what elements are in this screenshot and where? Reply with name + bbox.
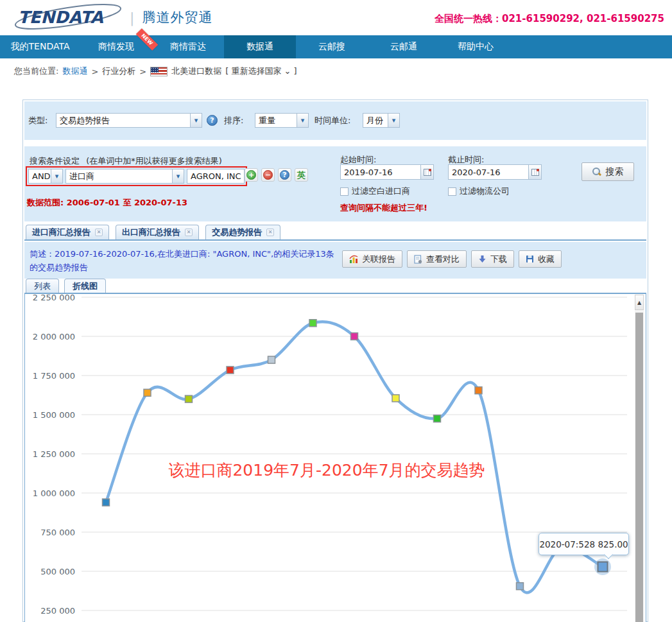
tab-exporter-summary[interactable]: 出口商汇总报告 [116, 225, 199, 239]
data-point-selected[interactable] [598, 562, 608, 571]
data-point[interactable] [268, 356, 275, 363]
search-button[interactable]: 搜索 [582, 162, 634, 181]
filter-blank-importer-option: 过滤空白进口商 [340, 186, 410, 197]
help-icon[interactable] [207, 115, 218, 126]
line-chart-plot: 2 250 0002 000 0001 750 0001 500 0001 25… [25, 294, 635, 622]
close-icon[interactable] [266, 229, 274, 236]
tab-line-chart-view[interactable]: 折线图 [64, 279, 106, 293]
y-axis-tick-label: 2 000 000 [33, 332, 75, 341]
tab-importer-summary[interactable]: 进口商汇总报告 [26, 225, 109, 239]
logo[interactable]: TENDATA | 腾道外贸通 [13, 4, 212, 31]
bar-chart-icon [349, 255, 358, 264]
condition-help-button[interactable] [278, 168, 291, 182]
end-date-input[interactable]: 2020-07-16 [448, 164, 542, 180]
query-interval-warning: 查询间隔不能超过三年! [340, 202, 427, 214]
time-unit-label: 时间单位: [314, 115, 350, 126]
trend-line-chart: 2 250 0002 000 0001 750 0001 500 0001 25… [24, 293, 646, 622]
breadcrumb-sep: > [139, 67, 146, 76]
chevron-down-icon[interactable] [190, 114, 202, 127]
summary-band: 简述：2019-07-16-2020-07-16,在北美进口商: "AGRON,… [24, 242, 646, 279]
chevron-down-icon[interactable] [297, 114, 308, 127]
data-point[interactable] [475, 387, 482, 394]
y-axis-tick-label: 2 250 000 [33, 294, 75, 302]
reselect-country-dropdown[interactable]: [ 重新选择国家 ⌄ ] [225, 65, 297, 77]
search-conditions-title: 搜索条件设定 [30, 156, 80, 166]
breadcrumb-prefix: 您当前位置: [14, 65, 58, 77]
download-arrow-icon [478, 255, 487, 263]
y-axis-tick-label: 750 000 [40, 528, 75, 537]
report-tabs: 进口商汇总报告 出口商汇总报告 交易趋势报告 [24, 223, 646, 241]
search-icon [592, 168, 601, 176]
start-date-input[interactable]: 2019-07-16 [340, 164, 434, 180]
chart-scrollbar[interactable] [635, 295, 644, 622]
y-axis-tick-label: 1 500 000 [33, 410, 75, 420]
y-axis-tick-label: 500 000 [40, 567, 75, 576]
y-axis-tick-label: 1 000 000 [33, 488, 75, 498]
close-icon[interactable] [95, 229, 103, 236]
chevron-down-icon[interactable] [51, 169, 62, 183]
calendar-button[interactable] [420, 165, 433, 179]
keyword-input[interactable]: AGRON, INC [187, 169, 245, 184]
breadcrumb-industry: 行业分析 [102, 65, 135, 77]
chevron-down-icon[interactable] [172, 169, 184, 183]
data-point[interactable] [517, 583, 524, 590]
filter-blank-checkbox[interactable] [340, 187, 349, 196]
nav-cloud-mail[interactable]: 云邮通 [368, 35, 440, 58]
plus-icon [246, 170, 256, 180]
view-tabs: 列表 折线图 [24, 279, 646, 293]
y-axis-tick-label: 1 250 000 [33, 449, 75, 459]
close-icon[interactable] [185, 229, 193, 236]
document-icon [414, 255, 422, 264]
data-point[interactable] [309, 320, 316, 327]
data-point[interactable] [227, 367, 234, 374]
chart-annotation: 该进口商2019年7月-2020年7月的交易趋势 [121, 460, 532, 481]
time-unit-select[interactable]: 月份 [363, 113, 400, 128]
tab-list-view[interactable]: 列表 [26, 279, 59, 293]
report-type-select[interactable]: 交易趋势报告 [56, 113, 202, 128]
search-condition-row-highlight: AND 进口商 AGRON, INC [26, 166, 247, 186]
nav-help-center[interactable]: 帮助中心 [440, 35, 512, 58]
save-disk-icon [526, 255, 534, 263]
filter-logistics-checkbox[interactable] [448, 187, 456, 196]
breadcrumb-link-datatong[interactable]: 数据通 [62, 65, 87, 77]
breadcrumb-current: 北美进口数据 [171, 65, 221, 77]
download-button[interactable]: 下载 [471, 250, 514, 268]
y-axis-tick-label: 1 750 000 [33, 371, 75, 381]
nav-discovery[interactable]: 商情发现 NEW [80, 35, 152, 58]
related-report-button[interactable]: 关联报告 [342, 250, 402, 268]
field-select[interactable]: 进口商 [65, 169, 184, 184]
scrollbar-thumb[interactable] [635, 313, 643, 622]
data-point[interactable] [144, 389, 151, 396]
calendar-button[interactable] [528, 165, 541, 179]
page: TENDATA | 腾道外贸通 全国统一热线：021-61590292, 021… [0, 0, 672, 622]
nav-radar[interactable]: 商情雷达 [152, 35, 224, 58]
type-label: 类型: [28, 115, 47, 126]
main-container: 类型: 交易趋势报告 排序: 重量 时间单位: 月份 搜索条件设定 (在单词中加… [22, 99, 648, 622]
search-conditions-hint: (在单词中加*用以获得更多搜索结果) [86, 156, 222, 166]
tendata-logo-icon: TENDATA [13, 4, 123, 31]
operator-select[interactable]: AND [28, 169, 63, 184]
view-compare-button[interactable]: 查看对比 [407, 250, 467, 268]
add-condition-button[interactable] [245, 168, 258, 182]
sort-select[interactable]: 重量 [255, 113, 309, 128]
sort-label: 排序: [224, 115, 243, 126]
data-point[interactable] [392, 395, 399, 402]
data-point[interactable] [185, 395, 193, 402]
data-point[interactable] [434, 415, 441, 422]
data-point[interactable] [103, 499, 110, 506]
tab-trade-trend[interactable]: 交易趋势报告 [205, 225, 280, 239]
filter-band: 类型: 交易趋势报告 排序: 重量 时间单位: 月份 [24, 101, 646, 140]
nav-my-tendata[interactable]: 我的TENDATA [0, 35, 80, 58]
trend-line [106, 322, 603, 592]
nav-datatong[interactable]: 数据通 [224, 35, 296, 58]
nav-cloud-mail-search[interactable]: 云邮搜 [296, 35, 368, 58]
data-point[interactable] [351, 333, 358, 340]
calendar-icon [531, 169, 539, 176]
remove-condition-button[interactable] [261, 168, 275, 182]
us-flag-icon [150, 67, 168, 76]
scroll-up-icon[interactable] [635, 295, 644, 310]
favorite-button[interactable]: 收藏 [519, 250, 562, 268]
language-toggle-button[interactable]: 英 [295, 168, 308, 182]
breadcrumb: 您当前位置: 数据通 > 行业分析 > 北美进口数据 [ 重新选择国家 ⌄ ] [14, 65, 297, 77]
chevron-down-icon[interactable] [388, 114, 399, 127]
